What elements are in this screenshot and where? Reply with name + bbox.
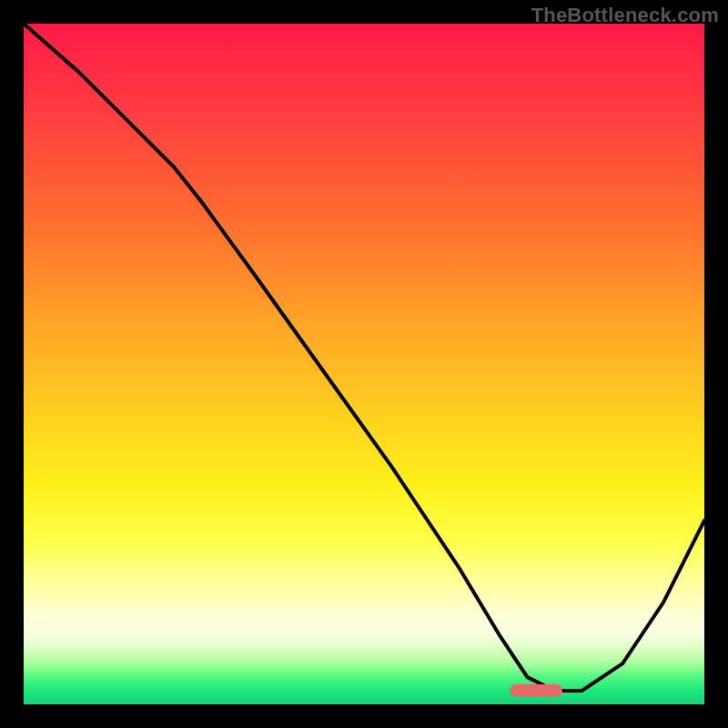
watermark-text: TheBottleneck.com [531,4,719,27]
bottleneck-curve [24,24,704,691]
optimal-marker [510,684,562,697]
curve-svg [24,24,704,704]
chart-frame: TheBottleneck.com [0,0,728,728]
plot-area [24,24,704,704]
